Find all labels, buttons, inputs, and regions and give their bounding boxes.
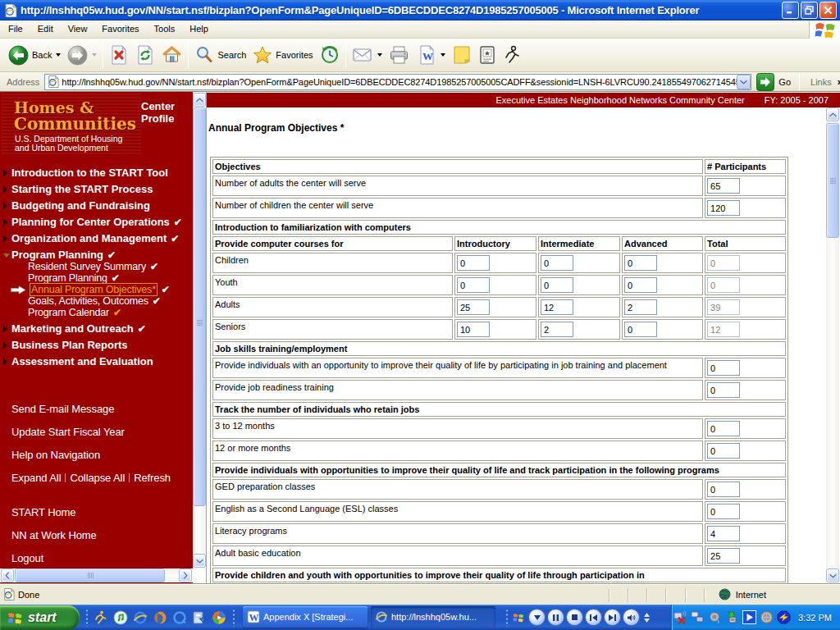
refresh-button[interactable] (132, 40, 158, 70)
adults-introductory-input[interactable] (457, 299, 490, 315)
back-button[interactable]: Back (5, 40, 64, 70)
address-input[interactable]: http://lnshhq05w.hud.gov/NN/start.nsf/bi… (44, 74, 751, 90)
youth-introductory-input[interactable] (457, 277, 490, 293)
expand-all-link[interactable]: Expand All (11, 472, 61, 484)
nav-starting[interactable]: Starting the START Process (0, 181, 193, 198)
start-button[interactable]: start (0, 605, 80, 630)
adults-advanced-input[interactable] (624, 299, 657, 315)
research-button[interactable] (475, 40, 500, 70)
subnav-program-planning[interactable]: Program Planning✔ (0, 272, 193, 284)
nn-at-work-home-link[interactable]: NN at Work Home (0, 527, 193, 544)
children-intermediate-input[interactable] (541, 255, 573, 271)
wmp-previous-button[interactable] (585, 609, 602, 626)
close-button[interactable] (819, 2, 837, 19)
seniors-introductory-input[interactable] (457, 322, 490, 337)
menu-edit[interactable]: Edit (30, 21, 61, 37)
go-button[interactable]: Go (756, 73, 797, 91)
subnav-resident-survey[interactable]: Resident Survey Summary✔ (0, 261, 193, 272)
scroll-down-button[interactable] (826, 568, 839, 582)
search-button[interactable]: Search (191, 40, 249, 70)
subnav-program-calendar[interactable]: Program Calendar✔ (0, 307, 193, 318)
task-button-ie[interactable]: http://lnshhq05w.hu... (371, 606, 495, 628)
nav-planning[interactable]: Planning for Center Operations✔ (0, 214, 193, 231)
seniors-advanced-input[interactable] (624, 322, 657, 337)
volume-icon[interactable] (708, 610, 722, 624)
retain-3-12-months-input[interactable] (707, 421, 740, 436)
youth-intermediate-input[interactable] (541, 277, 573, 293)
drag-handle[interactable] (85, 609, 88, 627)
messenger-button[interactable] (500, 40, 524, 70)
collapse-all-link[interactable]: Collapse All (70, 472, 125, 484)
nav-assessment[interactable]: Assessment and Evaluation (0, 354, 193, 370)
network-offline-icon[interactable] (673, 610, 687, 624)
wmp-restore-button[interactable] (528, 609, 546, 626)
network-icon[interactable] (691, 610, 705, 624)
job-training-input[interactable] (707, 360, 740, 376)
wmp-next-button[interactable] (604, 609, 621, 626)
youth-advanced-input[interactable] (624, 277, 657, 293)
media-tray-icon[interactable] (742, 610, 756, 624)
nav-organization[interactable]: Organization and Management✔ (0, 231, 193, 247)
update-fiscal-year-link[interactable]: Update Start Fiscal Year (0, 424, 193, 441)
drag-handle[interactable] (232, 609, 235, 627)
start-home-link[interactable]: START Home (0, 504, 193, 521)
sidebar-vertical-scrollbar[interactable] (193, 92, 206, 568)
sidebar-horizontal-scrollbar[interactable] (0, 568, 193, 582)
scroll-right-button[interactable] (179, 568, 192, 582)
scrollbar-thumb[interactable] (193, 107, 206, 506)
taskbar-clock[interactable]: 3:32 PM (798, 613, 832, 623)
disabled-device-icon[interactable] (760, 610, 774, 624)
adults-served-input[interactable] (707, 178, 740, 194)
literacy-programs-input[interactable] (707, 526, 740, 541)
updates-icon[interactable] (725, 610, 739, 624)
internet-explorer-icon[interactable] (133, 609, 148, 626)
nav-business-plan[interactable]: Business Plan Reports (0, 337, 193, 354)
task-button-word[interactable]: W Appendix X [Strategi... (243, 606, 368, 628)
restore-button[interactable] (801, 2, 818, 19)
menu-view[interactable]: View (61, 21, 95, 37)
children-served-input[interactable] (707, 200, 740, 216)
scroll-left-button[interactable] (1, 568, 14, 582)
children-advanced-input[interactable] (624, 255, 657, 271)
edit-dropdown-arrow[interactable] (441, 53, 445, 57)
send-email-link[interactable]: Send E-mail Message (0, 401, 193, 418)
subnav-annual-program-objectives[interactable]: Annual Program Objectives*✔ (0, 284, 193, 295)
ged-classes-input[interactable] (707, 482, 740, 497)
scroll-up-button[interactable] (826, 107, 839, 121)
children-introductory-input[interactable] (457, 255, 490, 271)
nav-budgeting[interactable]: Budgeting and Fundraising (0, 198, 193, 214)
print-button[interactable] (386, 40, 413, 70)
edit-with-word-button[interactable]: W (413, 40, 449, 70)
scroll-down-button[interactable] (193, 554, 206, 568)
wmp-spinner[interactable] (644, 613, 650, 623)
logout-link[interactable]: Logout (0, 550, 193, 567)
refresh-link[interactable]: Refresh (134, 472, 171, 484)
stop-button[interactable] (106, 40, 132, 70)
current-page-link[interactable]: Annual Program Objectives* (30, 283, 158, 296)
mail-dropdown-arrow[interactable] (377, 53, 382, 57)
discuss-button[interactable] (449, 40, 475, 70)
esl-classes-input[interactable] (707, 504, 740, 519)
drag-handle[interactable] (505, 609, 509, 627)
menu-file[interactable]: File (1, 21, 30, 37)
wmp-stop-button[interactable] (566, 609, 583, 626)
power-meter-icon[interactable] (777, 610, 791, 624)
retain-12-plus-months-input[interactable] (707, 443, 740, 459)
minimize-button[interactable] (782, 2, 799, 19)
itunes-icon[interactable] (113, 609, 128, 626)
mail-button[interactable] (349, 40, 386, 70)
back-dropdown-arrow[interactable] (56, 53, 61, 57)
adults-intermediate-input[interactable] (541, 299, 573, 315)
help-navigation-link[interactable]: Help on Navigation (0, 447, 193, 463)
address-dropdown-button[interactable] (737, 75, 751, 89)
menu-favorites[interactable]: Favorites (94, 21, 146, 37)
firefox-icon[interactable] (153, 609, 167, 626)
quicktime-icon[interactable] (172, 609, 187, 626)
menu-tools[interactable]: Tools (147, 21, 183, 37)
wmp-pause-button[interactable] (547, 609, 564, 626)
subnav-goals-activities[interactable]: Goals, Activities, Outcomes✔ (0, 295, 193, 307)
scroll-up-button[interactable] (193, 93, 206, 107)
history-button[interactable] (317, 40, 343, 70)
nav-introduction[interactable]: Introduction to the START Tool (0, 165, 193, 181)
main-vertical-scrollbar[interactable] (826, 107, 839, 582)
